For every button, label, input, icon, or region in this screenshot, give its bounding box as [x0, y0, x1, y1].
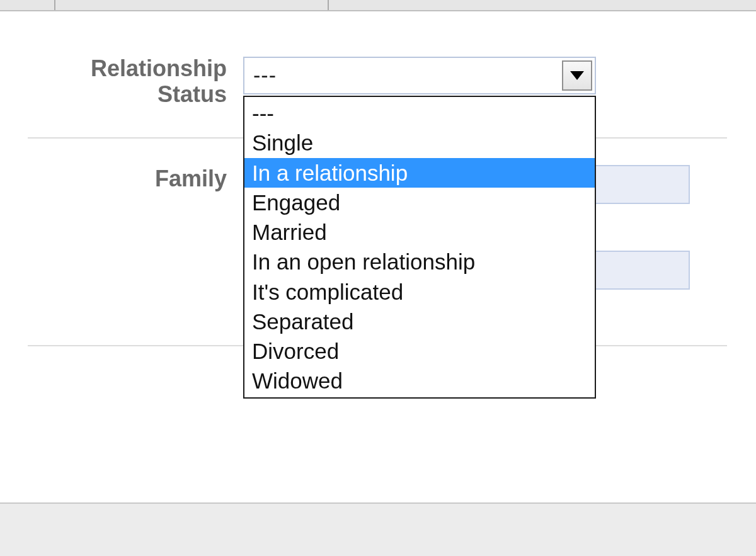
relationship-status-option[interactable]: --- — [244, 98, 595, 128]
dropdown-toggle-button[interactable] — [562, 60, 592, 91]
relationship-status-option[interactable]: It's complicated — [244, 277, 595, 307]
svg-marker-0 — [570, 71, 584, 80]
footer-band — [0, 502, 756, 556]
relationship-status-option[interactable]: In a relationship — [244, 158, 595, 188]
relationship-status-option[interactable]: In an open relationship — [244, 247, 595, 276]
relationship-status-option[interactable]: Divorced — [244, 336, 595, 366]
relationship-status-option[interactable]: Separated — [244, 307, 595, 336]
relationship-status-option[interactable]: Widowed — [244, 366, 595, 395]
relationship-status-selected-value: --- — [253, 63, 277, 88]
relationship-status-select[interactable]: --- — [243, 57, 596, 94]
window-chrome-hint — [0, 0, 756, 11]
relationship-status-label: RelationshipStatus — [0, 55, 227, 108]
relationship-status-option[interactable]: Married — [244, 217, 595, 247]
form-area: RelationshipStatus Family --- ---SingleI… — [0, 11, 756, 502]
relationship-status-option[interactable]: Engaged — [244, 188, 595, 217]
chevron-down-icon — [570, 71, 584, 80]
family-label: Family — [0, 166, 227, 191]
relationship-status-dropdown[interactable]: ---SingleIn a relationshipEngagedMarried… — [243, 96, 596, 399]
relationship-status-option[interactable]: Single — [244, 128, 595, 157]
